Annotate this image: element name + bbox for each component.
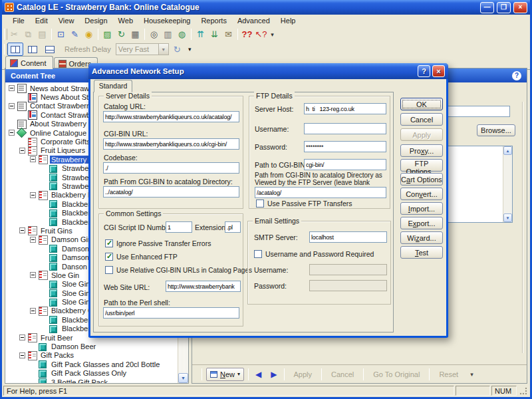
scroll-down-icon[interactable]: ▼ [178,373,188,383]
forward-button[interactable]: ▶ [268,370,279,379]
use-passive-ftp-checkbox[interactable]: Use Passive FTP Transfers [256,200,352,207]
cart-options-button[interactable]: Cart Options [400,173,443,186]
menu-reports[interactable]: Reports [196,15,232,26]
dialog-help-button[interactable]: ? [418,65,430,77]
convert-button[interactable]: Convert... [400,188,443,200]
menu-web[interactable]: Web [113,15,138,26]
tree-expander[interactable] [9,103,15,109]
dialog-close-button[interactable]: × [432,65,445,77]
tree-expander[interactable] [9,130,15,136]
export-page-icon[interactable]: ↻ [114,28,128,41]
detail-listbox[interactable]: ▲ ▼ [442,146,513,223]
extension-input[interactable] [225,221,241,233]
insert-image-icon[interactable]: ▨ [100,28,114,41]
paste-icon[interactable]: ▤ [35,28,49,41]
auth-required-checkbox[interactable]: Username and Password Required [254,250,374,258]
menu-housekeeping[interactable]: Housekeeping [138,15,196,26]
ftp-username-input[interactable] [304,123,386,134]
cgi-script-id-input[interactable] [166,221,192,233]
codebase-input[interactable] [103,162,239,174]
menu-advanced[interactable]: Advanced [232,15,275,26]
tree-item[interactable]: Gift Packs [5,351,178,360]
tree-expander[interactable] [30,192,36,198]
close-button[interactable]: × [513,2,527,13]
checkbox-icon[interactable] [256,200,264,207]
checkbox-icon[interactable] [105,253,113,261]
print-preview-icon[interactable]: ◎ [147,28,161,41]
preview-in-browser-icon[interactable]: ⊡ [54,28,68,41]
detail-input[interactable] [442,106,510,117]
apply-record-button[interactable]: Apply [289,370,318,378]
tree-expander[interactable] [19,148,25,154]
tree-item[interactable]: Gift Pack Glasses Only [5,369,178,378]
tab-standard[interactable]: Standard [94,80,132,92]
help-icon[interactable]: ? [512,71,521,80]
copy-icon[interactable]: ⧉ [21,28,35,41]
send-mail-icon[interactable]: ✉ [221,28,235,41]
restore-button[interactable]: ❐ [497,2,511,13]
cgi-bin-url-input[interactable] [103,138,239,150]
path-to-cgi-input[interactable] [304,159,386,170]
tree-expander[interactable] [9,85,15,91]
view-split-vertical-button[interactable] [7,43,23,56]
context-help-icon[interactable]: ↖? [254,28,268,41]
checkbox-icon[interactable] [105,266,113,274]
tree-expander[interactable] [30,272,36,278]
checkbox-icon[interactable] [105,239,113,247]
record-toolbar-options-icon[interactable]: ▾ [467,371,476,378]
design-brush-icon[interactable]: ✎ [68,28,82,41]
back-button[interactable]: ◀ [253,370,264,379]
checkbox-icon[interactable] [254,250,262,258]
reset-button[interactable]: Reset [434,370,464,378]
tree-expander[interactable] [30,308,36,314]
ok-button[interactable]: OK [400,98,443,110]
web-globe-icon[interactable]: ◍ [175,28,189,41]
download-icon[interactable]: ⇊ [207,28,221,41]
scroll-up-icon[interactable]: ▲ [503,146,512,155]
browse-button[interactable]: Browse... [477,124,515,136]
upload-icon[interactable]: ⇈ [194,28,207,41]
path-from-cgi-input[interactable] [103,186,239,198]
menu-edit[interactable]: Edit [30,15,53,26]
use-enhanced-ftp-checkbox[interactable]: Use Enhanced FTP [105,253,178,261]
minimize-button[interactable]: — [480,2,494,13]
import-button[interactable]: Import... [400,202,443,215]
scroll-down-icon[interactable]: ▼ [503,213,512,222]
menu-design[interactable]: Design [79,15,112,26]
wizard-button[interactable]: Wizard... [400,231,443,244]
menu-file[interactable]: File [7,15,30,26]
toolbar2-options-icon[interactable]: ▾ [186,43,194,56]
tab-content[interactable]: Content [5,56,53,69]
server-host-input[interactable] [304,103,386,114]
colors-icon[interactable]: ◉ [82,28,96,41]
test-button[interactable]: Test [400,246,443,259]
web-site-url-input[interactable] [166,281,241,292]
ignore-passive-errors-checkbox[interactable]: Ignore Passive Transfer Errors [105,239,211,247]
print-icon[interactable]: ▦ [128,28,142,41]
chevron-down-icon[interactable]: ▼ [158,44,168,55]
proxy-button[interactable]: Proxy... [400,144,443,157]
apply-button[interactable]: Apply [400,128,443,141]
tree-expander[interactable] [19,352,25,358]
refresh-speed-select[interactable]: Very Fast ▼ [116,43,169,55]
path-view-input[interactable] [255,187,386,198]
refresh-icon[interactable]: ↻ [170,43,184,56]
ftp-password-input[interactable] [304,141,386,152]
cut-icon[interactable]: ✂ [7,28,21,41]
perl-path-input[interactable] [103,307,239,319]
catalog-url-input[interactable] [103,111,239,122]
resize-grip[interactable] [518,386,529,396]
cancel-record-button[interactable]: Cancel [326,370,359,378]
tree-item[interactable]: 3 Bottle Gift Pack [5,378,178,383]
view-tree-pane-button[interactable] [25,43,41,56]
listbox-scrollbar[interactable]: ▲ ▼ [503,146,512,222]
new-button[interactable]: New ▾ [206,368,244,381]
tree-item[interactable]: Gift Pack Glasses and 20cl Bottle [5,360,178,368]
tree-item[interactable]: Damson Beer [5,342,178,350]
help-topics-icon[interactable]: ?? [240,28,254,41]
duplicate-page-icon[interactable]: ▥ [161,28,175,41]
toolbar-options-icon[interactable]: ▾ [268,28,277,41]
tree-expander[interactable] [30,156,36,162]
menu-help[interactable]: Help [275,15,301,26]
menu-view[interactable]: View [53,15,80,26]
